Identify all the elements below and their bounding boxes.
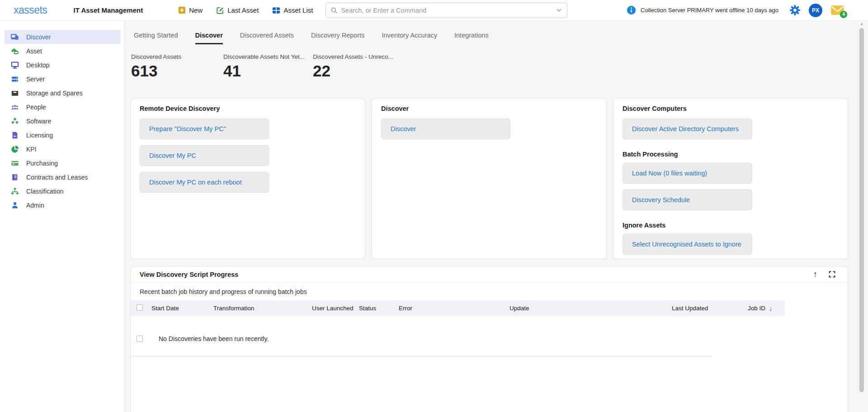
tab-bar: Getting Started Discover Discovered Asse…: [134, 32, 868, 44]
row-checkbox[interactable]: [137, 336, 143, 342]
sidebar-item-label: Admin: [26, 202, 44, 209]
server-notification[interactable]: Collection Server PRIMARY went offline 1…: [627, 5, 778, 15]
select-all-checkbox[interactable]: [137, 304, 143, 311]
sidebar-item-label: Licensing: [26, 132, 53, 139]
stats-row: Discovered Assets 613 Discoverable Asset…: [131, 53, 868, 80]
sidebar-item-kpi[interactable]: KPI: [5, 142, 121, 156]
sidebar-item-discover[interactable]: Discover: [5, 30, 121, 44]
sidebar-item-label: KPI: [26, 146, 37, 153]
column-status[interactable]: Status: [359, 305, 399, 312]
sidebar-item-software[interactable]: Software: [5, 114, 121, 128]
tab-integrations[interactable]: Integrations: [454, 32, 489, 44]
tab-discovered-assets[interactable]: Discovered Assets: [240, 32, 294, 44]
purchasing-icon: [11, 159, 19, 167]
batch-processing-heading: Batch Processing: [623, 151, 839, 158]
settings-button[interactable]: [789, 5, 801, 16]
stat-label: Discovered Assets - Unreco...: [313, 53, 393, 60]
sidebar-item-label: Purchasing: [26, 160, 58, 167]
sidebar-item-storage[interactable]: Storage and Spares: [5, 86, 121, 100]
classification-icon: [11, 187, 19, 195]
panel-tools: ↑: [813, 270, 836, 279]
app-header: xassets IT Asset Management New Last Ass…: [0, 0, 868, 21]
column-update[interactable]: Update: [509, 305, 672, 312]
asset-icon: [11, 47, 19, 55]
chevron-down-icon[interactable]: [556, 7, 562, 14]
stat-label: Discovered Assets: [131, 53, 223, 60]
sidebar-item-asset[interactable]: Asset: [5, 44, 121, 58]
sidebar-item-server[interactable]: Server: [5, 72, 121, 86]
vertical-scrollbar: ▲: [859, 21, 864, 412]
grid-icon: [272, 6, 280, 14]
arrow-up-icon: ↑: [813, 270, 818, 279]
mail-badge: 4: [840, 11, 847, 18]
new-icon: [178, 6, 186, 14]
stat-value: 22: [313, 62, 393, 80]
edit-icon: [216, 6, 224, 14]
discover-ad-computers-button[interactable]: Discover Active Directory Computers: [623, 118, 752, 139]
sidebar-item-licensing[interactable]: Licensing: [5, 128, 121, 142]
column-start-date[interactable]: Start Date: [151, 305, 213, 312]
column-error[interactable]: Error: [399, 305, 509, 312]
header-right-cluster: Collection Server PRIMARY went offline 1…: [627, 4, 844, 17]
discover-button[interactable]: Discover: [381, 118, 510, 139]
select-all-cell: [131, 304, 151, 312]
info-icon: [627, 5, 636, 15]
panel-title: View Discovery Script Progress: [140, 271, 238, 278]
search-icon: [330, 7, 338, 14]
sidebar-item-label: Desktop: [26, 62, 49, 69]
tab-discovery-reports[interactable]: Discovery Reports: [311, 32, 364, 44]
discovery-schedule-button[interactable]: Discovery Schedule: [623, 189, 752, 210]
sort-desc-icon: ↓: [769, 304, 773, 312]
scrollbar-thumb[interactable]: [859, 28, 864, 392]
column-job-id[interactable]: Job ID ↓: [748, 304, 785, 312]
asset-list-button[interactable]: Asset List: [272, 6, 313, 14]
sidebar-item-purchasing[interactable]: Purchasing: [5, 156, 121, 170]
ignore-assets-heading: Ignore Assets: [623, 222, 839, 229]
column-job-id-label: Job ID: [748, 305, 765, 312]
collapse-panel-button[interactable]: ↑: [813, 270, 818, 279]
sidebar-item-label: Discover: [26, 33, 51, 41]
card-title: Discover: [381, 105, 597, 113]
app-title: IT Asset Management: [73, 6, 143, 14]
sidebar-item-admin[interactable]: Admin: [5, 198, 121, 212]
column-transformation[interactable]: Transformation: [213, 305, 312, 312]
people-icon: [11, 103, 19, 111]
sidebar-item-label: Contracts and Leases: [26, 174, 88, 181]
new-button[interactable]: New: [178, 6, 203, 14]
prepare-discover-my-pc-button[interactable]: Prepare "Discover My PC": [140, 118, 269, 139]
notification-text: Collection Server PRIMARY went offline 1…: [641, 7, 778, 14]
sidebar-item-label: Classification: [26, 188, 63, 195]
last-asset-label: Last Asset: [227, 6, 259, 14]
scrollbar-up-arrow[interactable]: ▲: [859, 21, 864, 27]
discover-my-pc-reboot-button[interactable]: Discover My PC on each reboot: [140, 172, 269, 193]
last-asset-button[interactable]: Last Asset: [216, 6, 259, 14]
sidebar: Discover Asset Desktop Server Storage an: [0, 21, 125, 412]
select-unrecognised-button[interactable]: Select Unrecognised Assets to Ignore: [623, 234, 752, 255]
card-title: Discover Computers: [623, 105, 839, 113]
tab-getting-started[interactable]: Getting Started: [134, 32, 178, 44]
column-user-launched[interactable]: User Launched: [312, 305, 359, 312]
licensing-icon: [11, 131, 19, 139]
new-label: New: [189, 6, 203, 14]
load-now-button[interactable]: Load Now (0 files waiting): [623, 163, 752, 184]
user-avatar[interactable]: PX: [809, 4, 822, 17]
search-input[interactable]: [341, 7, 556, 14]
column-last-updated[interactable]: Last Updated: [672, 305, 748, 312]
tab-discover[interactable]: Discover: [195, 32, 223, 44]
stat-value: 613: [131, 62, 223, 80]
discover-my-pc-button[interactable]: Discover My PC: [140, 145, 269, 166]
sidebar-item-people[interactable]: People: [5, 100, 121, 114]
admin-icon: [11, 201, 19, 209]
stat-discovered-assets: Discovered Assets 613: [131, 53, 223, 80]
messages-button[interactable]: 4: [830, 5, 844, 16]
expand-panel-button[interactable]: [828, 270, 836, 278]
sidebar-item-contracts[interactable]: Contracts and Leases: [5, 170, 121, 184]
tab-inventory-accuracy[interactable]: Inventory Accuracy: [382, 32, 438, 44]
main-content: Getting Started Discover Discovered Asse…: [125, 21, 868, 412]
sidebar-item-desktop[interactable]: Desktop: [5, 58, 121, 72]
sidebar-item-classification[interactable]: Classification: [5, 184, 121, 198]
software-icon: [11, 117, 19, 125]
discover-icon: [11, 33, 19, 41]
stat-value: 41: [223, 62, 313, 80]
table-header-row: Start Date Transformation User Launched …: [131, 300, 785, 316]
